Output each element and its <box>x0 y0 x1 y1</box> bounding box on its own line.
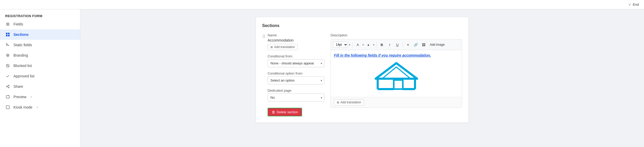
conditional-option-select[interactable]: Select an option <box>268 76 324 84</box>
add-translation-button[interactable]: ⊞ Add translation <box>268 44 298 50</box>
static-fields-icon <box>5 42 10 48</box>
left-panel: ⠿ Name: Accommodation ⊞ Add translation <box>262 33 324 116</box>
conditional-from-select[interactable]: None - should always appear <box>268 59 324 67</box>
editor-add-translation-button[interactable]: ⊞ Add translation <box>334 99 364 105</box>
svg-rect-4 <box>8 33 10 34</box>
svg-point-8 <box>6 54 9 57</box>
accommodation-image <box>370 61 422 92</box>
sidebar-item-share[interactable]: Share <box>0 81 80 92</box>
kiosk-external-icon: ↗ <box>36 106 38 109</box>
preview-external-icon: ↗ <box>30 96 32 98</box>
translate-icon: ⊞ <box>270 45 273 49</box>
font-color-chevron-icon[interactable]: ▾ <box>362 43 364 46</box>
description-label: Description <box>331 33 462 37</box>
conditional-option-label: Conditional option from: <box>268 71 324 75</box>
svg-rect-0 <box>6 23 9 23</box>
list-button[interactable]: ≡ <box>404 41 412 48</box>
italic-button[interactable]: I <box>386 41 393 48</box>
font-size-chevron-icon[interactable]: ▾ <box>348 43 351 46</box>
right-panel: Description 14pt ▾ A <box>331 33 462 116</box>
sidebar: REGISTRATION FORM Fields Sections Static… <box>0 9 80 147</box>
svg-point-13 <box>6 86 7 87</box>
sidebar-item-preview[interactable]: Preview ↗ <box>0 92 80 102</box>
add-image-button[interactable]: Add image <box>428 42 447 47</box>
conditional-from-label: Conditional from: <box>268 54 324 58</box>
sidebar-item-sections[interactable]: Sections <box>0 29 80 40</box>
svg-point-9 <box>7 55 8 56</box>
share-icon <box>5 84 10 89</box>
svg-marker-19 <box>376 63 417 79</box>
svg-rect-18 <box>6 106 9 109</box>
svg-rect-6 <box>8 35 10 36</box>
end-section: ✓ End <box>628 3 639 6</box>
approved-list-icon <box>5 74 10 79</box>
svg-point-12 <box>9 85 9 86</box>
underline-button[interactable]: U <box>394 41 401 48</box>
list-icon: ≡ <box>407 43 409 47</box>
dedicated-page-group: Dedicated page: No Yes ▾ <box>268 89 324 102</box>
branding-icon <box>5 53 10 58</box>
svg-rect-17 <box>6 96 9 98</box>
editor-footer: ⊞ Add translation <box>331 97 462 108</box>
underline-icon: U <box>396 43 398 47</box>
highlight-color-button[interactable]: ▲ <box>365 41 372 48</box>
conditional-from-group: Conditional from: None - should always a… <box>268 54 324 67</box>
sidebar-item-fields[interactable]: Fields <box>0 19 80 29</box>
italic-icon: I <box>389 43 390 47</box>
drag-dots-icon[interactable]: ⠿ <box>262 34 266 39</box>
sidebar-label-approved-list: Approved list <box>13 74 34 78</box>
main-layout: REGISTRATION FORM Fields Sections Static… <box>0 9 644 147</box>
highlight-chevron-icon[interactable]: ▾ <box>373 43 375 46</box>
highlight-icon: ▲ <box>367 43 370 46</box>
sidebar-label-share: Share <box>13 84 23 89</box>
conditional-from-select-wrapper: None - should always appear ▾ <box>268 59 324 67</box>
sidebar-item-static-fields[interactable]: Static fields <box>0 40 80 50</box>
editor-add-translation-label: Add translation <box>340 101 361 104</box>
name-group: Name: Accommodation ⊞ Add translation <box>268 33 324 50</box>
dedicated-page-select[interactable]: No Yes <box>268 93 324 102</box>
editor-content[interactable]: Fill in the following fields if you requ… <box>331 50 462 97</box>
sidebar-label-fields: Fields <box>13 22 23 26</box>
link-button[interactable]: 🔗 <box>412 41 419 48</box>
bold-button[interactable]: B <box>378 41 385 48</box>
link-icon: 🔗 <box>414 43 418 47</box>
form-body: ⠿ Name: Accommodation ⊞ Add translation <box>262 33 462 116</box>
add-translation-label: Add translation <box>274 45 295 49</box>
trash-icon: 🗑 <box>272 110 275 114</box>
sidebar-label-static-fields: Static fields <box>13 43 32 47</box>
editor-text: Fill in the following fields if you requ… <box>334 53 459 57</box>
svg-line-11 <box>7 65 9 67</box>
svg-rect-1 <box>6 24 9 24</box>
kiosk-mode-icon <box>5 105 10 110</box>
font-size-select[interactable]: 14pt <box>333 42 348 48</box>
sidebar-item-kiosk-mode[interactable]: Kiosk mode ↗ <box>0 102 80 112</box>
editor-toolbar: 14pt ▾ A ▾ ▲ <box>331 39 462 50</box>
dedicated-page-select-wrapper: No Yes ▾ <box>268 93 324 102</box>
image-toolbar-button[interactable]: 🖼 <box>420 41 427 48</box>
font-color-icon: A <box>357 43 359 47</box>
svg-rect-2 <box>6 25 9 25</box>
preview-icon <box>5 94 10 99</box>
svg-point-14 <box>9 87 9 88</box>
card-title: Sections <box>262 23 462 28</box>
check-icon: ✓ <box>628 3 631 6</box>
end-label[interactable]: End <box>633 3 639 6</box>
toolbar-separator-2 <box>376 42 377 47</box>
sidebar-item-branding[interactable]: Branding <box>0 50 80 61</box>
drag-handle: ⠿ Name: Accommodation ⊞ Add translation <box>262 33 324 116</box>
sidebar-label-sections: Sections <box>13 32 28 37</box>
name-value: Accommodation <box>268 38 324 42</box>
conditional-option-select-wrapper: Select an option ▾ <box>268 76 324 84</box>
sidebar-item-blocked-list[interactable]: Blocked list <box>0 61 80 71</box>
sections-card: Sections ⠿ Name: Accommodation ⊞ <box>256 17 468 123</box>
add-image-label: Add image <box>430 43 445 46</box>
sidebar-item-approved-list[interactable]: Approved list <box>0 71 80 81</box>
image-toolbar-icon: 🖼 <box>422 43 425 47</box>
font-color-button[interactable]: A <box>354 41 361 48</box>
delete-section-button[interactable]: 🗑 Delete section <box>268 108 302 116</box>
svg-rect-3 <box>6 33 8 34</box>
toolbar-separator-3 <box>403 42 403 47</box>
svg-line-15 <box>7 86 9 86</box>
name-label: Name: <box>268 33 324 37</box>
svg-marker-25 <box>382 67 411 79</box>
